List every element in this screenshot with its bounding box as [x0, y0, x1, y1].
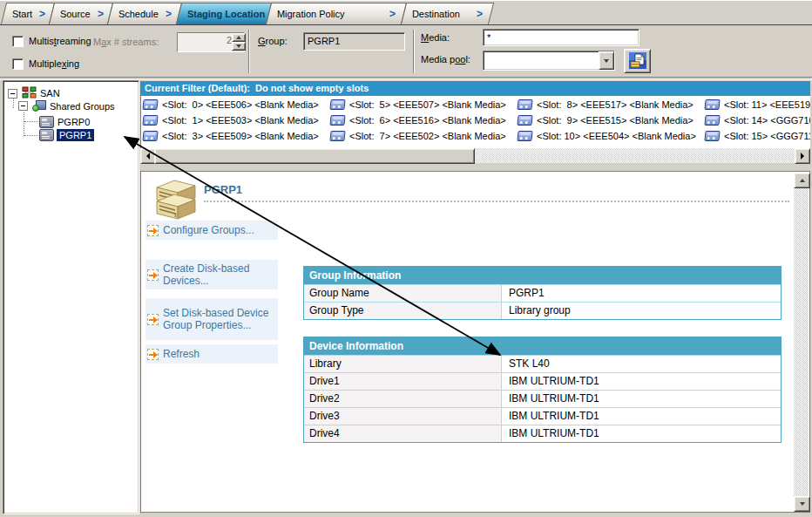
table-row: Library STK L40: [304, 355, 781, 372]
max-streams-label: Max # streams:: [93, 37, 159, 47]
row-value: IBM ULTRIUM-TD1: [502, 425, 781, 442]
configure-groups-link[interactable]: Configure Groups...: [145, 221, 278, 240]
title-separator: [204, 201, 789, 202]
toolbar-separator: [413, 30, 415, 73]
tree-item-pgrp1[interactable]: PGRP1: [39, 129, 94, 141]
multiplexing-checkbox[interactable]: [12, 58, 24, 70]
chevron-right-icon: >: [159, 8, 172, 20]
detail-panel-vertical-scrollbar[interactable]: [794, 173, 809, 512]
set-disk-based-device-group-properties-link[interactable]: Set Disk-based Device Group Properties..…: [145, 298, 278, 340]
up-arrow-icon: [800, 179, 805, 182]
down-arrow-icon: [604, 59, 609, 63]
slot-list-horizontal-scrollbar[interactable]: [140, 148, 810, 163]
collapse-icon[interactable]: [8, 89, 17, 99]
create-disk-based-devices-link[interactable]: Create Disk-based Devices...: [145, 260, 278, 289]
scrollbar-thumb[interactable]: [154, 148, 475, 164]
tab-migration-policy[interactable]: Migration Policy >: [266, 3, 407, 24]
row-label: Drive1: [304, 373, 502, 390]
dropdown-button[interactable]: [599, 51, 614, 70]
table-header: Device Information: [304, 337, 781, 355]
media-pool-combobox[interactable]: [483, 51, 615, 71]
slot-item[interactable]: <Slot: 1> <EEE503> <Blank Media>: [143, 113, 319, 127]
slot-item[interactable]: <Slot: 11> <EEE519>: [705, 98, 810, 112]
media-label: Media:: [421, 32, 450, 43]
media-pool-value: [484, 51, 599, 70]
refresh-link[interactable]: Refresh: [145, 344, 278, 364]
multistreaming-checkbox[interactable]: [12, 36, 24, 47]
slot-label: <Slot: 7> <EEE502> <Blank Media>: [349, 131, 506, 141]
scroll-right-button[interactable]: [795, 148, 810, 164]
tab-label: Migration Policy: [277, 9, 345, 19]
slot-item[interactable]: <Slot: 6> <EEE516> <Blank Media>: [330, 113, 506, 127]
slot-item[interactable]: <Slot: 5> <EEE507> <Blank Media>: [330, 98, 506, 112]
tree-item-label-selected: PGRP1: [57, 129, 94, 141]
tape-cassette-icon: [142, 131, 158, 141]
media-field[interactable]: *: [483, 29, 639, 46]
up-arrow-icon: [236, 36, 241, 39]
tab-source[interactable]: Source >: [49, 3, 113, 24]
slot-item[interactable]: <Slot: 14> <GGG710>: [705, 113, 810, 127]
table-row: Drive2 IBM ULTRIUM-TD1: [304, 390, 781, 407]
row-label: Drive4: [304, 425, 502, 442]
row-value: Library group: [502, 303, 781, 319]
slot-item[interactable]: <Slot: 0> <EEE506> <Blank Media>: [143, 98, 319, 112]
slot-item[interactable]: <Slot: 8> <EEE517> <Blank Media>: [518, 98, 694, 112]
slot-label: <Slot: 10> <EEE504> <Blank Media>: [537, 131, 696, 141]
left-arrow-icon: [146, 153, 150, 160]
row-label: Library: [304, 356, 502, 372]
media-pool-icon: [629, 52, 646, 71]
right-arrow-icon: [801, 153, 804, 160]
shared-groups-icon: [32, 100, 46, 112]
tree-item-pgrp0[interactable]: PGRP0: [39, 116, 90, 128]
slot-item[interactable]: <Slot: 3> <EEE509> <Blank Media>: [143, 129, 319, 143]
table-header: Group Information: [304, 267, 781, 284]
row-label: Group Name: [304, 285, 502, 302]
slot-label: <Slot: 1> <EEE503> <Blank Media>: [162, 115, 319, 126]
tape-cassette-icon: [704, 115, 720, 126]
row-value: IBM ULTRIUM-TD1: [502, 391, 781, 407]
tree-item-label: Shared Groups: [50, 101, 115, 112]
link-label: Set Disk-based Device Group Properties..…: [163, 307, 276, 331]
scroll-down-button[interactable]: [794, 496, 810, 512]
row-label: Group Type: [304, 303, 502, 319]
slot-item[interactable]: <Slot: 10> <EEE504> <Blank Media>: [518, 129, 696, 143]
tree-item-shared-groups[interactable]: Shared Groups: [18, 100, 115, 112]
wizard-tab-bar: Start > Source > Schedule > Staging Loca…: [0, 0, 812, 25]
spin-down-button[interactable]: [232, 42, 246, 51]
action-arrow-icon: [147, 225, 159, 236]
media-pool-properties-button[interactable]: [624, 49, 651, 73]
slot-item[interactable]: <Slot: 15> <GGG711>: [705, 129, 810, 143]
tab-label: Source: [60, 9, 91, 19]
group-field[interactable]: PGRP1: [303, 32, 405, 51]
slot-item[interactable]: <Slot: 7> <EEE502> <Blank Media>: [330, 129, 506, 143]
group-information-table: Group Information Group Name PGRP1 Group…: [303, 266, 782, 320]
chevron-right-icon: >: [32, 8, 45, 20]
current-filter-header: Current Filter (Default): Do not show em…: [140, 81, 810, 96]
spin-up-button[interactable]: [232, 33, 246, 42]
tape-cassette-icon: [704, 99, 720, 110]
tab-start[interactable]: Start >: [1, 3, 55, 24]
slot-label: <Slot: 9> <EEE515> <Blank Media>: [537, 115, 694, 126]
scroll-up-button[interactable]: [794, 173, 810, 188]
max-streams-spinner[interactable]: 2: [177, 32, 245, 52]
collapse-icon[interactable]: [18, 101, 28, 111]
tree-item-san[interactable]: SAN: [8, 86, 60, 100]
tree-item-label: SAN: [40, 88, 60, 99]
application-window: Start > Source > Schedule > Staging Loca…: [0, 0, 812, 517]
tab-staging-location[interactable]: Staging Location ∨: [176, 3, 272, 24]
slot-item[interactable]: <Slot: 9> <EEE515> <Blank Media>: [518, 113, 694, 127]
options-toolbar: Multistreaming Multiplexing Max # stream…: [0, 25, 812, 80]
tape-cassette-icon: [329, 99, 345, 110]
row-value: IBM ULTRIUM-TD1: [502, 408, 781, 425]
multistreaming-label: Multistreaming: [29, 36, 91, 46]
link-label: Refresh: [163, 348, 200, 360]
slot-list: <Slot: 0> <EEE506> <Blank Media> <Slot: …: [140, 96, 810, 148]
table-row: Drive1 IBM ULTRIUM-TD1: [304, 372, 781, 390]
chevron-right-icon: >: [382, 8, 396, 20]
tab-label: Staging Location: [187, 9, 265, 19]
device-information-table: Device Information Library STK L40 Drive…: [303, 337, 782, 443]
library-device-icon: [152, 179, 200, 222]
tab-destination[interactable]: Destination >: [401, 3, 494, 24]
tab-schedule[interactable]: Schedule >: [107, 3, 182, 24]
tape-cassette-icon: [517, 115, 532, 126]
